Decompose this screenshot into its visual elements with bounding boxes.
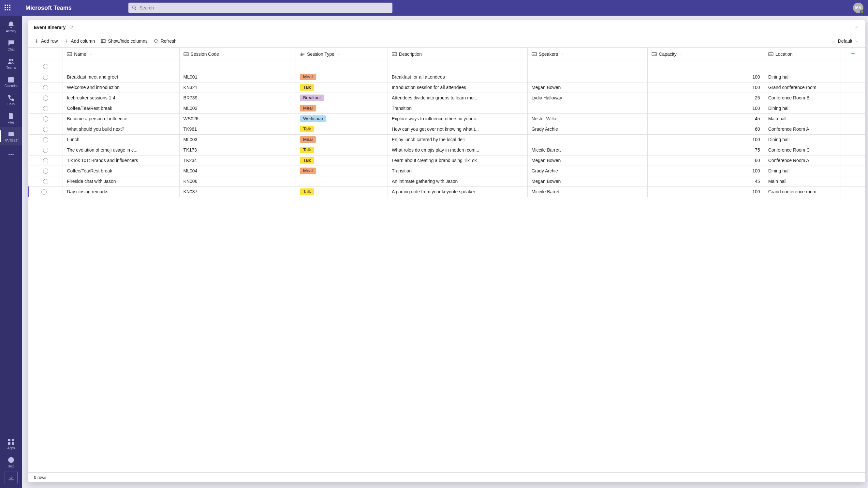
select-all-header[interactable] xyxy=(29,48,63,61)
row-select[interactable] xyxy=(29,134,63,145)
column-header-name[interactable]: Abc Name xyxy=(63,48,179,61)
row-select[interactable] xyxy=(29,93,63,103)
select-all-cell[interactable] xyxy=(29,61,63,72)
cell-description[interactable]: A parting note from your keynote speaker xyxy=(388,186,527,197)
cell-capacity[interactable]: 100 xyxy=(648,72,764,82)
show-hide-columns-button[interactable]: Show/hide columns xyxy=(101,38,147,44)
cell-speakers[interactable]: Grady Archie xyxy=(527,165,648,176)
close-icon[interactable] xyxy=(854,25,860,30)
cell-speakers[interactable]: Megan Bowen xyxy=(527,82,648,93)
cell-session-code[interactable]: WS026 xyxy=(179,114,296,124)
row-select[interactable] xyxy=(29,114,63,124)
cell-capacity[interactable]: 45 xyxy=(648,176,764,186)
cell-description[interactable]: Transition xyxy=(388,103,527,114)
cell-speakers[interactable] xyxy=(527,103,648,114)
cell-name[interactable]: What should you build next? xyxy=(63,124,179,134)
column-header-capacity[interactable]: 123 Capacity xyxy=(648,48,764,61)
cell-location[interactable]: Grand conference room xyxy=(764,82,841,93)
table-row[interactable]: Coffee/Tea/Rest break ML002 Meal Transit… xyxy=(29,103,865,114)
cell-session-type[interactable]: Breakout xyxy=(296,93,388,103)
cell-session-type[interactable]: Talk xyxy=(296,145,388,155)
cell-speakers[interactable]: Megan Bowen xyxy=(527,155,648,165)
table-row[interactable]: Coffee/Tea/Rest break ML004 Meal Transit… xyxy=(29,165,865,176)
column-header-speakers[interactable]: Abc Speakers xyxy=(527,48,648,61)
add-column-button[interactable]: Add column xyxy=(64,38,95,44)
cell-session-type[interactable]: Talk xyxy=(296,186,388,197)
rail-item-pa[interactable]: PA TEST xyxy=(0,127,22,145)
cell-name[interactable]: TikTok 101: Brands and influencers xyxy=(63,155,179,165)
cell-session-type[interactable]: Meal xyxy=(296,103,388,114)
cell-location[interactable]: Dining hall xyxy=(764,72,841,82)
cell-session-code[interactable]: KN321 xyxy=(179,82,296,93)
cell-name[interactable]: Coffee/Tea/Rest break xyxy=(63,103,179,114)
cell-session-code[interactable]: TK961 xyxy=(179,124,296,134)
table-row[interactable]: Become a person of influence WS026 Works… xyxy=(29,114,865,124)
rail-item-help[interactable]: Help xyxy=(0,453,22,471)
cell-session-code[interactable]: KN037 xyxy=(179,186,296,197)
cell-location[interactable]: Main hall xyxy=(764,176,841,186)
column-header-description[interactable]: Abc Description xyxy=(388,48,527,61)
rail-item-bell[interactable]: Activity xyxy=(0,18,22,36)
column-header-sessionCode[interactable]: Abc Session Code xyxy=(179,48,296,61)
cell-speakers[interactable]: Miceile Barrett xyxy=(527,186,648,197)
cell-description[interactable]: Attendees divide into groups to learn mo… xyxy=(388,93,527,103)
cell-session-code[interactable]: KN006 xyxy=(179,176,296,186)
refresh-button[interactable]: Refresh xyxy=(154,38,177,44)
row-select[interactable] xyxy=(29,82,63,93)
cell-name[interactable]: Icebreaker sessions 1-4 xyxy=(63,93,179,103)
cell-capacity[interactable]: 60 xyxy=(648,155,764,165)
cell-location[interactable]: Main hall xyxy=(764,114,841,124)
cell-description[interactable]: What roles do emojis play in modern com.… xyxy=(388,145,527,155)
cell-location[interactable]: Dining hall xyxy=(764,134,841,145)
column-header-location[interactable]: Abc Location xyxy=(764,48,841,61)
view-selector[interactable]: Default xyxy=(831,38,860,44)
cell-session-type[interactable] xyxy=(296,176,388,186)
cell-location[interactable]: Conference Room A xyxy=(764,124,841,134)
cell-capacity[interactable]: 75 xyxy=(648,145,764,155)
row-select[interactable] xyxy=(29,103,63,114)
cell-session-type[interactable]: Talk xyxy=(296,124,388,134)
filter-cell-description[interactable] xyxy=(388,61,527,72)
rail-item-teams[interactable]: Teams xyxy=(0,54,22,72)
cell-name[interactable]: Coffee/Tea/Rest break xyxy=(63,165,179,176)
cell-session-code[interactable]: TK234 xyxy=(179,155,296,165)
filter-cell-name[interactable] xyxy=(63,61,179,72)
filter-cell-speakers[interactable] xyxy=(527,61,648,72)
cell-capacity[interactable]: 100 xyxy=(648,82,764,93)
rail-item-calls[interactable]: Calls xyxy=(0,91,22,109)
cell-session-type[interactable]: Workshop xyxy=(296,114,388,124)
cell-location[interactable]: Grand conference room xyxy=(764,186,841,197)
cell-description[interactable]: How can you get over not knowing what t.… xyxy=(388,124,527,134)
cell-description[interactable]: An intimate gathering with Jason xyxy=(388,176,527,186)
rail-item-chat[interactable]: Chat xyxy=(0,36,22,54)
cell-capacity[interactable]: 100 xyxy=(648,103,764,114)
cell-description[interactable]: Enjoy lunch catered by the local deli xyxy=(388,134,527,145)
cell-capacity[interactable]: 25 xyxy=(648,93,764,103)
edit-icon[interactable] xyxy=(69,25,75,30)
avatar[interactable]: MA xyxy=(853,3,863,13)
row-select[interactable] xyxy=(29,165,63,176)
table-row[interactable]: Lunch ML003 Meal Enjoy lunch catered by … xyxy=(29,134,865,145)
cell-session-code[interactable]: ML004 xyxy=(179,165,296,176)
cell-session-code[interactable]: BR739 xyxy=(179,93,296,103)
rail-item-calendar[interactable]: Calendar xyxy=(0,72,22,91)
add-column-header[interactable]: + xyxy=(841,48,865,61)
cell-speakers[interactable]: Nestor Wilke xyxy=(527,114,648,124)
filter-cell-location[interactable] xyxy=(764,61,841,72)
cell-location[interactable]: Conference Room C xyxy=(764,145,841,155)
cell-session-type[interactable]: Meal xyxy=(296,165,388,176)
add-row-button[interactable]: Add row xyxy=(34,38,58,44)
cell-name[interactable]: Fireside chat with Jason xyxy=(63,176,179,186)
table-row[interactable]: The evolution of emoji usage in c... TK1… xyxy=(29,145,865,155)
download-app-button[interactable] xyxy=(5,471,18,484)
cell-location[interactable]: Conference Room B xyxy=(764,93,841,103)
table-row[interactable]: Welcome and introduction KN321 Talk Intr… xyxy=(29,82,865,93)
cell-description[interactable]: Learn about creating a brand using TikTo… xyxy=(388,155,527,165)
cell-capacity[interactable]: 60 xyxy=(648,124,764,134)
cell-speakers[interactable] xyxy=(527,134,648,145)
cell-session-code[interactable]: TK173 xyxy=(179,145,296,155)
cell-location[interactable]: Dining hall xyxy=(764,103,841,114)
table-row[interactable]: TikTok 101: Brands and influencers TK234… xyxy=(29,155,865,165)
cell-capacity[interactable]: 100 xyxy=(648,134,764,145)
table-row[interactable]: Breakfast meet and greet ML001 Meal Brea… xyxy=(29,72,865,82)
